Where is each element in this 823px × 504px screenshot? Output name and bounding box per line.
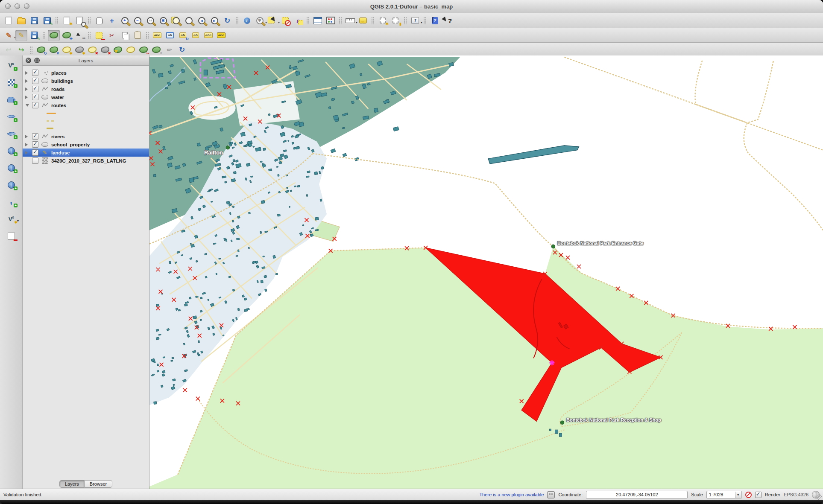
merge-features-icon[interactable]: ≡ — [150, 44, 162, 55]
measure-line-icon[interactable]: ▾ — [344, 15, 356, 26]
delete-ring-icon[interactable]: ✖ — [86, 44, 98, 55]
add-wcs-layer-icon[interactable]: + — [5, 162, 18, 173]
offset-curve-icon[interactable] — [125, 44, 137, 55]
layer-labeling-options-icon[interactable]: abc — [151, 30, 163, 41]
whats-this-icon[interactable]: ? — [442, 15, 454, 26]
toggle-editing-icon[interactable]: ✎ — [15, 30, 27, 41]
add-oracle-layer-icon[interactable]: ,+ — [5, 196, 18, 207]
label-properties-icon[interactable]: abc — [215, 30, 227, 41]
pan-to-selection-icon[interactable]: + — [106, 15, 118, 26]
rotate-point-symbols-icon[interactable]: ↻ — [176, 44, 188, 55]
label-show-hide-icon[interactable]: ab — [190, 30, 202, 41]
refresh-map-icon[interactable]: ↻ — [221, 15, 233, 26]
text-annotation-icon[interactable]: T▾ — [409, 15, 421, 26]
layer-row-rivers[interactable]: rivers — [23, 132, 149, 140]
plugin-icon[interactable] — [547, 491, 555, 498]
render-checkbox[interactable] — [755, 492, 761, 498]
add-mssql-layer-icon[interactable]: + — [5, 128, 18, 139]
zoom-last-icon[interactable]: ◀ — [196, 15, 208, 26]
panel-tab-layers[interactable]: Layers — [59, 480, 85, 488]
new-shapefile-layer-icon[interactable]: V°✱▾ — [5, 213, 18, 224]
merge-attributes-icon[interactable]: ✐ — [163, 44, 175, 55]
add-wms-layer-icon[interactable]: + — [5, 145, 18, 156]
label-move-icon[interactable]: ab — [164, 30, 176, 41]
zoom-in-icon[interactable]: + — [119, 15, 131, 26]
run-feature-action-icon[interactable]: ✱▾ — [254, 15, 266, 26]
panel-tab-browser[interactable]: Browser — [85, 480, 112, 488]
add-vector-layer-icon[interactable]: V°+ — [5, 60, 18, 71]
pan-map-icon[interactable] — [93, 15, 105, 26]
layer-visibility-checkbox[interactable] — [32, 157, 38, 164]
layer-visibility-checkbox[interactable] — [32, 133, 38, 140]
composer-manager-icon[interactable] — [73, 15, 85, 26]
add-raster-layer-icon[interactable]: + — [5, 77, 18, 88]
add-postgis-layer-icon[interactable]: + — [5, 94, 18, 105]
layer-expand-icon[interactable] — [25, 143, 29, 146]
remove-layer-icon[interactable]: ▬ — [5, 230, 18, 242]
node-tool-icon[interactable]: °° — [73, 30, 85, 41]
identify-features-icon[interactable]: i — [241, 15, 253, 26]
plugin-update-link[interactable]: There is a new plugin available — [479, 492, 544, 497]
coordinate-input[interactable]: 20.47209,-34.05102 — [586, 491, 688, 499]
undo-icon[interactable]: ↩ — [3, 44, 15, 55]
zoom-native-icon[interactable]: 1:1 — [144, 15, 156, 26]
add-part-icon[interactable]: ✱ — [73, 44, 85, 55]
layer-expand-icon[interactable] — [25, 79, 29, 83]
layer-visibility-checkbox[interactable] — [32, 141, 38, 148]
scale-combo[interactable]: 1:7028 ▼ — [706, 491, 742, 499]
layers-panel-header[interactable]: Layers ✕ ❏ — [23, 55, 149, 66]
redo-icon[interactable]: ↪ — [15, 44, 27, 55]
layer-row-places[interactable]: places — [23, 69, 149, 77]
layer-row-routes[interactable]: routes — [23, 101, 149, 109]
save-project-icon[interactable] — [28, 15, 40, 26]
add-ring-icon[interactable]: ✱ — [61, 44, 73, 55]
label-change-icon[interactable]: abc — [202, 30, 214, 41]
map-canvas[interactable]: RailtonBontebok National Park Entrance G… — [149, 55, 823, 489]
add-feature-icon[interactable] — [48, 30, 60, 41]
select-by-expression-icon[interactable]: ε — [292, 15, 304, 26]
layer-visibility-checkbox[interactable] — [32, 70, 38, 76]
layer-expand-icon[interactable] — [25, 96, 29, 99]
delete-part-icon[interactable]: ✖ — [99, 44, 111, 55]
layer-row-water[interactable]: water — [23, 93, 149, 101]
paste-features-icon[interactable] — [132, 30, 144, 41]
current-edits-icon[interactable]: ✎▾ — [3, 30, 15, 41]
open-attribute-table-icon[interactable] — [312, 15, 324, 26]
close-window-button[interactable] — [5, 3, 11, 9]
layer-row-school_property[interactable]: school_property — [23, 140, 149, 149]
layer-row-roads[interactable]: roads — [23, 85, 149, 93]
zoom-to-selection-icon[interactable] — [170, 15, 182, 26]
open-project-icon[interactable] — [15, 15, 27, 26]
panel-float-icon[interactable]: ❏ — [34, 58, 40, 63]
layer-row-buildings[interactable]: buildings — [23, 77, 149, 85]
resize-grip[interactable] — [817, 495, 822, 500]
panel-close-icon[interactable]: ✕ — [26, 58, 31, 63]
new-bookmark-icon[interactable]: ✱ — [377, 15, 389, 26]
zoom-to-layer-icon[interactable] — [183, 15, 195, 26]
zoom-full-icon[interactable]: ▣ — [157, 15, 169, 26]
layer-visibility-checkbox[interactable] — [32, 86, 38, 92]
layer-row-landuse[interactable]: ✎landuse — [23, 149, 149, 157]
label-rotate-icon[interactable]: ab↻ — [177, 30, 189, 41]
layer-visibility-checkbox[interactable] — [32, 94, 38, 100]
layer-expand-icon[interactable] — [25, 87, 29, 91]
help-contents-icon[interactable]: ? — [429, 15, 441, 26]
layer-expand-icon[interactable] — [25, 151, 29, 154]
new-project-icon[interactable] — [3, 15, 15, 26]
scale-dropdown-icon[interactable]: ▼ — [735, 492, 741, 498]
show-bookmarks-icon[interactable]: ▮ — [390, 15, 401, 26]
zoom-window-button[interactable] — [24, 3, 29, 9]
layer-visibility-checkbox[interactable] — [32, 78, 38, 84]
layer-visibility-checkbox[interactable] — [32, 149, 38, 156]
minimize-window-button[interactable] — [15, 3, 20, 9]
delete-selected-icon[interactable]: ▬ — [93, 30, 105, 41]
layer-expand-icon[interactable] — [25, 71, 29, 75]
copy-features-icon[interactable] — [119, 30, 131, 41]
select-features-icon[interactable]: ▾ — [267, 15, 278, 26]
layer-row-3420C_2010_327_RGB_LATLNG[interactable]: 3420C_2010_327_RGB_LATLNG — [23, 157, 149, 165]
add-wfs-layer-icon[interactable]: °+ — [5, 179, 18, 190]
rotate-feature-icon[interactable]: ↻ — [35, 44, 47, 55]
zoom-out-icon[interactable]: − — [132, 15, 144, 26]
layer-visibility-checkbox[interactable] — [32, 102, 38, 108]
field-calculator-icon[interactable] — [325, 15, 337, 26]
